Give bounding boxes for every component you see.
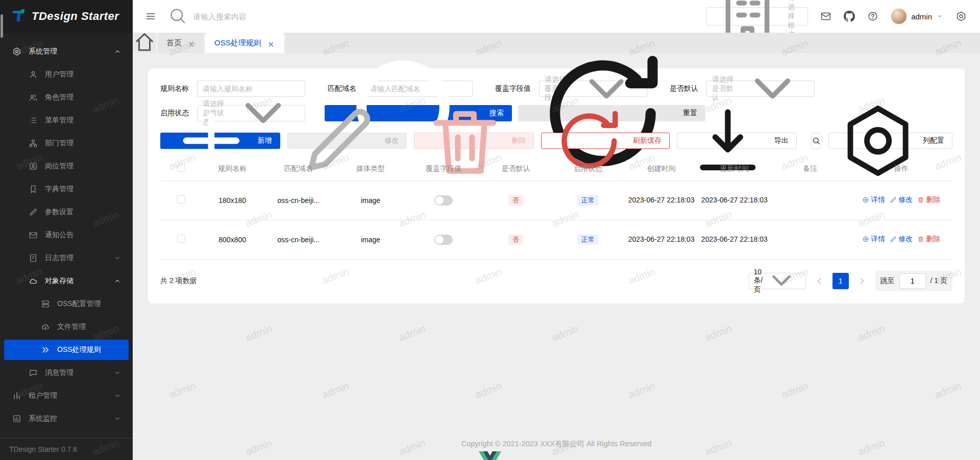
- help-icon[interactable]: [867, 11, 878, 22]
- sidebar-item-file-management[interactable]: 文件管理: [4, 317, 129, 337]
- add-button[interactable]: 新增: [160, 133, 280, 149]
- total-count: 共 2 项数据: [160, 276, 197, 286]
- field-label: 规则名称: [160, 84, 189, 93]
- button-label: 新增: [258, 136, 272, 145]
- copyright: Copyright © 2021-2023 XXX有限公司 All Rights…: [133, 439, 980, 449]
- sidebar-item-label: 对象存储: [45, 276, 74, 286]
- jump-label: 跳至: [880, 276, 895, 286]
- sidebar-version: TDesign Starter 0.7.6: [0, 438, 133, 460]
- detail-link[interactable]: 详情: [862, 235, 885, 244]
- sidebar-item-oss-config[interactable]: OSS配置管理: [4, 294, 129, 314]
- tenant-select[interactable]: 请选择租户: [706, 7, 808, 25]
- sidebar-item-label: 岗位管理: [45, 162, 74, 171]
- avatar: [891, 8, 907, 24]
- sidebar-item-label: 菜单管理: [45, 116, 74, 125]
- sidebar-item-notice[interactable]: 通知公告: [4, 225, 129, 245]
- sidebar-item-label: 参数设置: [45, 208, 74, 217]
- tab-home-button[interactable]: [133, 33, 157, 53]
- override-toggle[interactable]: [434, 235, 453, 245]
- field-label: 覆盖字段值: [495, 84, 531, 93]
- is-default-badge: 否: [508, 195, 523, 206]
- header-right: 请选择租户 admin: [706, 7, 967, 25]
- sidebar-item-oss-process-rules[interactable]: OSS处理规则: [4, 340, 129, 360]
- pagination: 共 2 项数据 10 条/页 1 跳至 / 1 页: [160, 271, 952, 291]
- mail-icon[interactable]: [820, 11, 831, 22]
- modify-link[interactable]: 修改: [890, 235, 913, 244]
- tab-label: OSS处理规则: [214, 38, 261, 48]
- collapse-menu-icon[interactable]: [145, 11, 156, 22]
- domain-cell: oss-cn-beiji...: [278, 196, 320, 205]
- global-search[interactable]: [167, 6, 290, 28]
- sidebar-item-label: 文件管理: [57, 322, 86, 331]
- sidebar-scrollbar[interactable]: [1, 14, 3, 38]
- sidebar-item-role-management[interactable]: 角色管理: [4, 87, 129, 108]
- page-size-select[interactable]: 10 条/页: [749, 273, 806, 289]
- mail-icon: [29, 231, 38, 240]
- settings-gear-icon[interactable]: [955, 11, 967, 22]
- sidebar-item-dict-management[interactable]: 字典管理: [4, 179, 129, 199]
- chevron-up-icon: [113, 47, 121, 56]
- rule-name-cell: 180x180: [218, 196, 246, 205]
- override-toggle[interactable]: [434, 195, 453, 206]
- detail-link[interactable]: 详情: [862, 195, 885, 205]
- sidebar-item-log-management[interactable]: 日志管理: [4, 248, 129, 268]
- sidebar-item-message-management[interactable]: 消息管理: [4, 363, 129, 383]
- sidebar-item-label: 字典管理: [45, 185, 74, 194]
- sidebar-item-post-management[interactable]: 岗位管理: [4, 156, 129, 176]
- jump-page-input[interactable]: [899, 273, 926, 289]
- sidebar-item-object-storage[interactable]: 对象存储: [4, 271, 129, 291]
- browse-icon: [862, 236, 869, 243]
- tab-bar: 首页 OSS处理规则: [133, 33, 980, 53]
- chevron-down-icon: [763, 262, 800, 299]
- is-default-select[interactable]: 请选择是否默认: [706, 81, 815, 97]
- close-icon[interactable]: [267, 39, 275, 46]
- sidebar-item-tenant-management[interactable]: 租户管理: [4, 386, 129, 406]
- delete-link[interactable]: 删除: [917, 195, 940, 205]
- select-all-checkbox[interactable]: [177, 164, 185, 172]
- trash-icon: [917, 236, 924, 243]
- sidebar-item-param-settings[interactable]: 参数设置: [4, 202, 129, 222]
- file-icon: [29, 253, 38, 263]
- next-page-button[interactable]: [856, 275, 868, 287]
- row-checkbox[interactable]: [177, 235, 185, 243]
- refresh-cache-button[interactable]: 刷新缓存: [541, 133, 670, 149]
- status-badge: 正常: [577, 195, 599, 206]
- domain-cell: oss-cn-beiji...: [278, 236, 320, 244]
- column-config-button[interactable]: 列配置: [828, 133, 952, 149]
- close-icon[interactable]: [188, 39, 195, 46]
- tab-homepage[interactable]: 首页: [157, 33, 205, 53]
- app-title: TDesign Starter: [32, 10, 119, 23]
- server-icon: [41, 299, 50, 309]
- sidebar-item-user-management[interactable]: 用户管理: [4, 64, 129, 85]
- app-root: TDesign Starter 系统管理用户管理角色管理菜单管理部门管理岗位管理…: [0, 0, 980, 460]
- media-type-cell: image: [361, 196, 380, 205]
- sidebar-item-system-management[interactable]: 系统管理: [4, 41, 129, 62]
- sidebar-item-dept-management[interactable]: 部门管理: [4, 133, 129, 154]
- current-page-button[interactable]: 1: [832, 273, 849, 289]
- row-checkbox[interactable]: [177, 195, 185, 203]
- delete-button[interactable]: 删除: [414, 133, 534, 149]
- sidebar-item-label: 消息管理: [45, 368, 74, 377]
- sidebar-item-label: 租户管理: [29, 391, 57, 400]
- sidebar-item-menu-management[interactable]: 菜单管理: [4, 110, 129, 131]
- app-logo[interactable]: TDesign Starter: [0, 0, 133, 33]
- sidebar-item-label: 系统管理: [29, 47, 57, 56]
- export-button[interactable]: 导出: [677, 133, 797, 149]
- modify-link[interactable]: 修改: [890, 195, 913, 205]
- prev-page-button[interactable]: [813, 275, 825, 287]
- rule-name-cell: 800x800: [218, 236, 246, 244]
- tab-oss-process-rules[interactable]: OSS处理规则: [205, 33, 285, 53]
- tree-icon: [29, 139, 38, 148]
- table-search-button[interactable]: [811, 133, 821, 149]
- user-menu[interactable]: admin: [891, 8, 943, 24]
- trash-icon: [917, 196, 924, 203]
- page-content: 规则名称 匹配域名 覆盖字段值 请选择覆盖字段值: [133, 53, 980, 460]
- modify-button[interactable]: 修改: [287, 133, 407, 149]
- github-icon[interactable]: [844, 11, 855, 22]
- global-search-input[interactable]: [193, 12, 290, 21]
- sidebar-item-system-monitor[interactable]: 系统监控: [4, 408, 129, 429]
- button-label: 导出: [774, 136, 789, 145]
- delete-link[interactable]: 删除: [917, 235, 940, 244]
- double-chevron-right-icon: [41, 345, 50, 354]
- username: admin: [911, 12, 932, 21]
